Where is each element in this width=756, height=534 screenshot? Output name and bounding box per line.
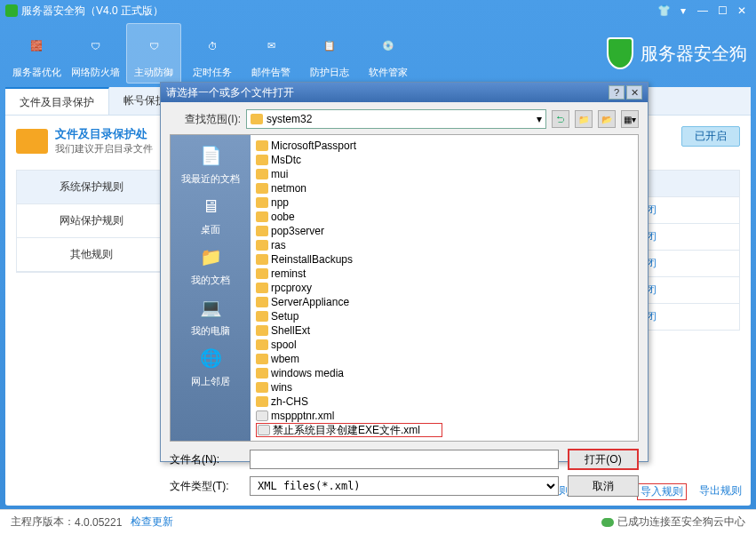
- filename-label: 文件名(N):: [170, 452, 241, 467]
- newfolder-button[interactable]: 📂: [598, 110, 616, 128]
- file-item[interactable]: npp: [256, 195, 434, 210]
- file-item[interactable]: 禁止系统目录创建EXE文件.xml: [256, 423, 442, 437]
- file-item[interactable]: zh-CHS: [256, 395, 434, 409]
- toolbar-icon: 📋: [312, 28, 347, 64]
- xml-file-icon: [258, 425, 270, 435]
- version-value: 4.0.05221: [75, 516, 122, 529]
- views-button[interactable]: ▦▾: [621, 110, 639, 128]
- toolbar-防护日志[interactable]: 📋防护日志: [302, 23, 357, 84]
- toolbar-icon: 💿: [370, 28, 406, 64]
- folder-icon: [256, 368, 268, 379]
- toolbar-服务器优化[interactable]: 🧱服务器优化: [9, 23, 64, 84]
- file-item[interactable]: ShellExt: [256, 323, 434, 338]
- nav-item-0[interactable]: 系统保护规则: [17, 171, 166, 204]
- place-4[interactable]: 🌐网上邻居: [175, 341, 246, 390]
- place-icon: 📁: [195, 242, 226, 272]
- filename-input[interactable]: [250, 450, 559, 469]
- file-item[interactable]: wins: [256, 380, 434, 395]
- file-item[interactable]: pop3server: [256, 224, 434, 238]
- rule-category-nav: 系统保护规则网站保护规则其他规则: [16, 170, 167, 273]
- nav-item-1[interactable]: 网站保护规则: [17, 204, 166, 238]
- file-item[interactable]: wbem: [256, 352, 434, 366]
- brand-icon: [607, 37, 633, 69]
- file-list[interactable]: MicrosoftPassportMsDtcmuinetmonnppoobepo…: [251, 135, 638, 441]
- open-button[interactable]: 打开(O): [568, 449, 639, 470]
- file-item[interactable]: netmon: [256, 181, 434, 195]
- toolbar-icon: ⏱: [195, 28, 230, 64]
- cloud-icon: [601, 518, 614, 527]
- toolbar-icon: 🛡: [136, 28, 171, 64]
- nav-item-2[interactable]: 其他规则: [17, 238, 166, 272]
- file-item[interactable]: spool: [256, 338, 434, 352]
- place-3[interactable]: 💻我的电脑: [175, 291, 246, 339]
- section-subtitle: 我们建议开启目录文件: [55, 142, 153, 155]
- main-toolbar: 🧱服务器优化🛡网络防火墙🛡主动防御⏱定时任务✉邮件告警📋防护日志💿软件管家服务器…: [0, 21, 756, 85]
- toolbar-软件管家[interactable]: 💿软件管家: [361, 23, 416, 84]
- back-button[interactable]: ⮌: [552, 110, 569, 128]
- folder-icon: [256, 254, 268, 265]
- folder-icon: [251, 114, 263, 124]
- file-item[interactable]: rpcproxy: [256, 281, 434, 295]
- folder-icon: [256, 339, 268, 350]
- folder-icon: [256, 183, 268, 194]
- cloud-status: 已成功连接至安全狗云中心: [601, 514, 745, 530]
- dialog-titlebar: 请选择一个或多个文件打开 ? ✕: [161, 83, 648, 102]
- lookin-label: 查找范围(I):: [170, 112, 241, 127]
- place-1[interactable]: 🖥桌面: [175, 189, 246, 238]
- minimize-button[interactable]: —: [694, 3, 712, 19]
- file-item[interactable]: reminst: [256, 267, 434, 281]
- folder-icon: [256, 140, 268, 151]
- folder-icon: [256, 155, 268, 165]
- place-icon: 🌐: [195, 343, 226, 373]
- cancel-button[interactable]: 取消: [568, 475, 639, 497]
- action-导出规则[interactable]: 导出规则: [699, 483, 742, 500]
- toolbar-icon: ✉: [253, 28, 289, 64]
- folder-icon: [256, 240, 268, 251]
- titlebar: 服务器安全狗（V4.0 正式版） 👕 ▾ — ☐ ✕: [0, 0, 756, 21]
- place-icon: 📄: [195, 140, 226, 171]
- app-title: 服务器安全狗（V4.0 正式版）: [21, 4, 163, 19]
- folder-icon: [256, 297, 268, 307]
- file-item[interactable]: Setup: [256, 309, 434, 323]
- folder-icon: [256, 211, 268, 222]
- file-item[interactable]: MsDtc: [256, 153, 434, 167]
- section-title: 文件及目录保护处: [55, 126, 153, 142]
- file-item[interactable]: MicrosoftPassport: [256, 139, 434, 153]
- file-item[interactable]: ReinstallBackups: [256, 252, 434, 267]
- dialog-title: 请选择一个或多个文件打开: [166, 85, 294, 100]
- folder-icon: [256, 396, 268, 407]
- check-update-link[interactable]: 检查更新: [131, 514, 173, 530]
- dialog-close-button[interactable]: ✕: [626, 85, 642, 100]
- file-item[interactable]: mui: [256, 167, 434, 181]
- menu-button[interactable]: ▾: [674, 3, 692, 19]
- lookin-combo[interactable]: system32 ▾: [246, 109, 546, 129]
- place-2[interactable]: 📁我的文档: [175, 240, 246, 289]
- folder-icon: [16, 129, 48, 154]
- filetype-combo[interactable]: XML files(*.xml): [250, 476, 559, 496]
- file-item[interactable]: ServerAppliance: [256, 295, 434, 309]
- folder-icon: [256, 169, 268, 179]
- action-导入规则[interactable]: 导入规则: [637, 483, 687, 500]
- maximize-button[interactable]: ☐: [713, 3, 731, 19]
- folder-icon: [256, 311, 268, 322]
- folder-icon: [256, 325, 268, 336]
- folder-icon: [256, 226, 268, 236]
- close-button[interactable]: ✕: [733, 3, 751, 19]
- toolbar-邮件告警[interactable]: ✉邮件告警: [243, 23, 298, 84]
- enabled-pill[interactable]: 已开启: [681, 126, 740, 147]
- toolbar-网络防火墙[interactable]: 🛡网络防火墙: [68, 23, 123, 84]
- toolbar-主动防御[interactable]: 🛡主动防御: [126, 23, 181, 84]
- file-item[interactable]: msppptnr.xml: [256, 409, 434, 423]
- place-icon: 💻: [195, 292, 226, 323]
- dialog-help-button[interactable]: ?: [609, 85, 625, 100]
- place-0[interactable]: 📄我最近的文档: [175, 139, 246, 187]
- tab-0[interactable]: 文件及目录保护: [5, 87, 109, 115]
- toolbar-定时任务[interactable]: ⏱定时任务: [185, 23, 240, 84]
- file-item[interactable]: oobe: [256, 210, 434, 224]
- brand: 服务器安全狗: [607, 37, 747, 69]
- up-button[interactable]: 📁: [575, 110, 593, 128]
- file-item[interactable]: ras: [256, 238, 434, 252]
- file-item[interactable]: windows media: [256, 366, 434, 380]
- skin-button[interactable]: 👕: [655, 3, 672, 19]
- app-icon: [5, 4, 18, 17]
